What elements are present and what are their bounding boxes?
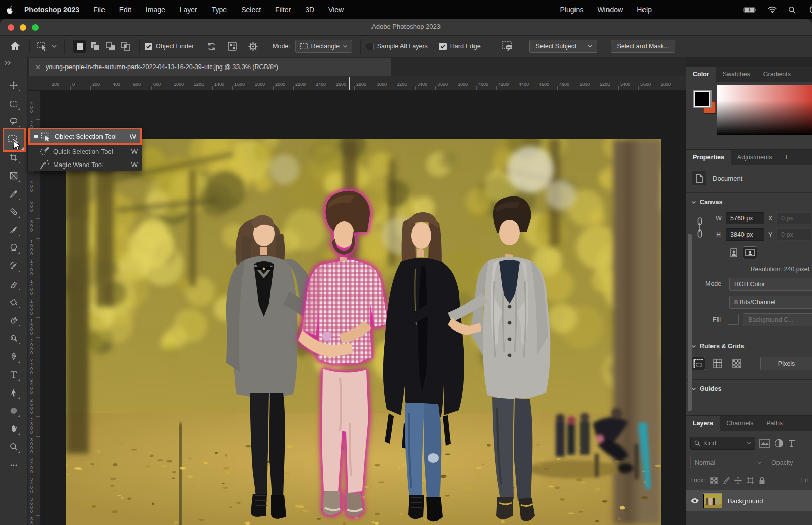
window-titlebar[interactable]: Adobe Photoshop 2023 xyxy=(0,19,812,36)
ellipse-tool[interactable] xyxy=(6,403,22,418)
eraser-tool[interactable] xyxy=(6,277,22,292)
tab-color[interactable]: Color xyxy=(686,67,716,82)
feedback-icon[interactable] xyxy=(500,39,515,53)
menu-plugins[interactable]: Plugins xyxy=(560,6,583,14)
grid-toggle-icon[interactable] xyxy=(710,357,725,370)
type-tool[interactable] xyxy=(6,367,22,382)
filter-adjustment-layers-icon[interactable] xyxy=(774,439,784,448)
smudge-tool[interactable] xyxy=(6,313,22,328)
menu-select[interactable]: Select xyxy=(241,6,261,14)
flyout-item-object-selection-tool[interactable]: Object Selection Tool W xyxy=(28,128,142,145)
horizontal-ruler[interactable]: 2000200400600800100012001400160018002000… xyxy=(28,76,686,91)
filter-pixel-layers-icon[interactable] xyxy=(759,439,770,448)
show-all-objects-icon[interactable] xyxy=(226,40,239,53)
mode-dropdown[interactable]: Rectangle xyxy=(295,40,352,53)
menu-view[interactable]: View xyxy=(328,6,344,14)
select-subject-button[interactable]: Select Subject xyxy=(529,40,583,53)
menu-type[interactable]: Type xyxy=(212,6,227,14)
select-subject-options-button[interactable] xyxy=(583,40,597,53)
document-tab[interactable]: ✕ young-people-in-the-autumn-park-2022-0… xyxy=(29,58,391,76)
menu-edit[interactable]: Edit xyxy=(119,6,131,14)
zoom-tool[interactable] xyxy=(6,439,22,454)
add-to-selection-icon[interactable] xyxy=(88,40,101,53)
document-image[interactable] xyxy=(66,139,661,525)
object-finder-checkbox[interactable] xyxy=(145,43,152,50)
menu-filter[interactable]: Filter xyxy=(275,6,291,14)
lock-artboard-icon[interactable] xyxy=(747,477,754,484)
flyout-item-magic-wand-tool[interactable]: Magic Wand Tool W xyxy=(28,158,142,171)
layer-visibility-eye-icon[interactable] xyxy=(686,498,703,504)
menu-help[interactable]: Help xyxy=(637,6,652,14)
landscape-orientation-icon[interactable] xyxy=(743,246,757,259)
apple-icon[interactable] xyxy=(6,6,14,14)
link-dimensions-icon[interactable] xyxy=(696,217,703,238)
canvas-height-field[interactable]: 3840 px xyxy=(726,228,764,241)
menu-image[interactable]: Image xyxy=(146,6,165,14)
sample-all-layers-checkbox[interactable] xyxy=(366,43,374,50)
tab-libraries[interactable]: L xyxy=(779,150,796,165)
pen-tool[interactable] xyxy=(6,349,22,364)
collapse-panel-icon[interactable] xyxy=(4,60,12,65)
lasso-tool[interactable] xyxy=(6,114,22,129)
clone-stamp-tool[interactable] xyxy=(6,240,22,255)
color-mode-dropdown[interactable]: RGB Color xyxy=(729,278,812,291)
tab-adjustments[interactable]: Adjustments xyxy=(731,150,779,165)
tab-gradients[interactable]: Gradients xyxy=(757,67,797,82)
canvas-section-header[interactable]: Canvas xyxy=(691,199,722,206)
close-tab-icon[interactable]: ✕ xyxy=(35,63,41,71)
lock-position-icon[interactable] xyxy=(734,477,742,484)
bit-depth-dropdown[interactable]: 8 Bits/Channel xyxy=(729,296,812,309)
select-and-mask-button[interactable]: Select and Mask... xyxy=(611,40,676,53)
lock-pixels-icon[interactable] xyxy=(722,477,730,484)
tool-preset-chevron-icon[interactable] xyxy=(51,44,57,48)
healing-brush-tool[interactable] xyxy=(6,204,22,219)
intersect-selection-icon[interactable] xyxy=(119,40,132,53)
tab-properties[interactable]: Properties xyxy=(686,150,731,165)
hand-tool[interactable] xyxy=(6,421,22,436)
home-icon[interactable] xyxy=(8,39,22,53)
path-selection-tool[interactable] xyxy=(6,385,22,400)
menu-3d[interactable]: 3D xyxy=(305,6,314,14)
layer-filter-kind-dropdown[interactable]: Kind xyxy=(690,437,755,450)
tab-swatches[interactable]: Swatches xyxy=(716,67,757,82)
rulers-toggle-icon[interactable] xyxy=(691,357,705,370)
flyout-item-quick-selection-tool[interactable]: Quick Selection Tool W xyxy=(28,145,142,158)
refresh-icon[interactable] xyxy=(205,40,218,53)
lock-all-icon[interactable] xyxy=(759,477,765,484)
canvas-width-field[interactable]: 5760 px xyxy=(726,212,764,224)
menu-layer[interactable]: Layer xyxy=(180,6,197,14)
tab-layers[interactable]: Layers xyxy=(686,416,720,431)
move-tool[interactable] xyxy=(6,78,22,93)
color-picker-gradient[interactable] xyxy=(717,85,812,135)
filter-type-layers-icon[interactable] xyxy=(788,439,796,447)
fill-color-well[interactable] xyxy=(728,314,739,325)
layer-thumbnail[interactable] xyxy=(703,494,722,508)
menu-window[interactable]: Window xyxy=(597,6,623,14)
tab-channels[interactable]: Channels xyxy=(720,416,760,431)
frame-tool[interactable] xyxy=(6,168,22,183)
active-tool-preview-icon[interactable] xyxy=(35,39,50,53)
rectangular-marquee-tool[interactable] xyxy=(6,96,22,111)
brush-tool[interactable] xyxy=(6,222,22,238)
crop-tool[interactable] xyxy=(6,150,22,165)
layer-row-background[interactable]: Background xyxy=(686,490,812,511)
history-brush-tool[interactable] xyxy=(6,258,22,274)
control-center-icon[interactable] xyxy=(807,6,812,14)
lock-transparency-icon[interactable] xyxy=(710,477,718,484)
hard-edge-checkbox[interactable] xyxy=(439,43,447,50)
eyedropper-tool[interactable] xyxy=(6,186,22,202)
spotlight-search-icon[interactable] xyxy=(788,6,796,14)
ruler-units-dropdown[interactable]: Pixels xyxy=(760,357,812,370)
rulers-grids-section-header[interactable]: Rulers & Grids xyxy=(691,343,745,350)
transparency-grid-icon[interactable] xyxy=(730,357,744,370)
color-fg-bg-swatches[interactable] xyxy=(692,89,716,117)
edit-toolbar-icon[interactable] xyxy=(6,457,22,473)
dodge-tool[interactable] xyxy=(6,331,22,346)
guides-section-header[interactable]: Guides xyxy=(691,385,721,392)
menu-file[interactable]: File xyxy=(93,6,105,14)
menubar-app-name[interactable]: Photoshop 2023 xyxy=(24,6,79,14)
subtract-from-selection-icon[interactable] xyxy=(104,40,117,53)
wifi-icon[interactable] xyxy=(768,6,777,13)
paint-bucket-tool[interactable] xyxy=(6,294,22,310)
new-selection-icon[interactable] xyxy=(73,40,86,53)
